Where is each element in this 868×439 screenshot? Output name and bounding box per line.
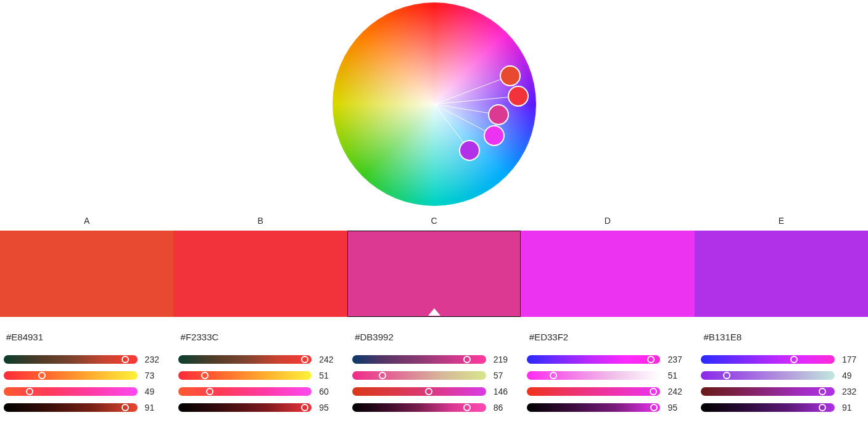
color-wheel[interactable] <box>333 2 536 206</box>
color-slider[interactable] <box>178 387 312 396</box>
slider-row: 95 <box>527 403 690 412</box>
slider-row: 242 <box>527 387 690 396</box>
slider-value[interactable]: 232 <box>145 355 167 364</box>
hex-value[interactable]: #B131E8 <box>701 326 864 355</box>
slider-value[interactable]: 219 <box>494 355 516 364</box>
slider-value[interactable]: 232 <box>842 387 864 396</box>
slider-row: 91 <box>701 403 864 412</box>
slider-thumb[interactable] <box>463 404 471 411</box>
color-slider[interactable] <box>178 371 312 380</box>
color-slider[interactable] <box>178 403 312 412</box>
color-slider[interactable] <box>527 403 661 412</box>
color-detail-column: #DB39922195714686 <box>349 326 519 419</box>
slider-row: 51 <box>178 371 342 380</box>
swatch-label: B <box>173 212 347 231</box>
color-slider[interactable] <box>352 403 486 412</box>
color-slider[interactable] <box>352 355 486 364</box>
color-slider[interactable] <box>4 355 138 364</box>
slider-thumb[interactable] <box>379 372 386 379</box>
color-slider[interactable] <box>352 371 486 380</box>
color-detail-column: #B131E81774923291 <box>697 326 868 419</box>
color-wheel-disc[interactable] <box>333 2 536 206</box>
swatch-b[interactable] <box>173 231 347 317</box>
swatch-c[interactable] <box>347 231 521 317</box>
swatch-d[interactable] <box>521 231 694 317</box>
hex-value[interactable]: #E84931 <box>4 326 167 355</box>
color-slider[interactable] <box>701 371 835 380</box>
color-slider[interactable] <box>527 387 661 396</box>
color-slider[interactable] <box>4 387 138 396</box>
slider-thumb[interactable] <box>647 356 655 363</box>
wheel-handle-d[interactable] <box>484 125 505 146</box>
swatch-a[interactable] <box>0 231 173 317</box>
slider-thumb[interactable] <box>301 404 308 411</box>
color-slider[interactable] <box>701 355 835 364</box>
slider-thumb[interactable] <box>122 404 129 411</box>
slider-row: 91 <box>4 403 167 412</box>
color-slider[interactable] <box>178 355 312 364</box>
slider-thumb[interactable] <box>206 388 213 395</box>
slider-thumb[interactable] <box>819 388 826 395</box>
hex-value[interactable]: #ED33F2 <box>527 326 690 355</box>
color-detail-column: #ED33F22375124295 <box>523 326 694 419</box>
slider-row: 86 <box>352 403 516 412</box>
slider-thumb[interactable] <box>122 356 129 363</box>
slider-value[interactable]: 73 <box>145 371 167 380</box>
slider-row: 232 <box>701 387 864 396</box>
slider-value[interactable]: 242 <box>319 355 341 364</box>
slider-row: 177 <box>701 355 864 364</box>
slider-value[interactable]: 86 <box>494 403 516 412</box>
slider-row: 49 <box>4 387 167 396</box>
slider-value[interactable]: 57 <box>494 371 516 380</box>
slider-thumb[interactable] <box>550 372 557 379</box>
slider-thumb[interactable] <box>301 356 308 363</box>
slider-value[interactable]: 146 <box>494 387 516 396</box>
swatch-e[interactable] <box>695 231 868 317</box>
slider-thumb[interactable] <box>723 372 730 379</box>
slider-thumb[interactable] <box>463 356 471 363</box>
slider-value[interactable]: 51 <box>319 371 341 380</box>
color-slider[interactable] <box>701 403 835 412</box>
slider-thumb[interactable] <box>425 388 432 395</box>
slider-thumb[interactable] <box>38 372 46 379</box>
slider-value[interactable]: 49 <box>842 371 864 380</box>
slider-row: 51 <box>527 371 690 380</box>
swatch-labels-row: ABCDE <box>0 212 868 231</box>
slider-value[interactable]: 177 <box>842 355 864 364</box>
swatches-row <box>0 231 868 317</box>
slider-row: 232 <box>4 355 167 364</box>
color-slider[interactable] <box>527 355 661 364</box>
color-slider[interactable] <box>352 387 486 396</box>
slider-row: 95 <box>178 403 342 412</box>
color-slider[interactable] <box>4 403 138 412</box>
slider-value[interactable]: 95 <box>668 403 690 412</box>
slider-thumb[interactable] <box>26 388 33 395</box>
slider-row: 57 <box>352 371 516 380</box>
color-slider[interactable] <box>4 371 138 380</box>
slider-value[interactable]: 49 <box>145 387 167 396</box>
wheel-handle-b[interactable] <box>508 86 529 107</box>
slider-value[interactable]: 91 <box>842 403 864 412</box>
slider-value[interactable]: 51 <box>668 371 690 380</box>
slider-thumb[interactable] <box>201 372 209 379</box>
slider-thumb[interactable] <box>650 388 657 395</box>
color-slider[interactable] <box>701 387 835 396</box>
hex-value[interactable]: #DB3992 <box>352 326 516 355</box>
slider-value[interactable]: 242 <box>668 387 690 396</box>
color-detail-column: #F2333C242516095 <box>175 326 345 419</box>
slider-value[interactable]: 95 <box>319 403 341 412</box>
slider-value[interactable]: 60 <box>319 387 341 396</box>
slider-thumb[interactable] <box>819 404 826 411</box>
color-details-row: #E84931232734991#F2333C242516095#DB39922… <box>0 317 868 419</box>
slider-value[interactable]: 91 <box>145 403 167 412</box>
slider-value[interactable]: 237 <box>668 355 690 364</box>
wheel-handle-a[interactable] <box>500 65 521 86</box>
slider-thumb[interactable] <box>650 404 658 411</box>
slider-row: 49 <box>701 371 864 380</box>
color-slider[interactable] <box>527 371 661 380</box>
wheel-handle-c[interactable] <box>488 104 509 125</box>
wheel-handle-e[interactable] <box>459 140 480 161</box>
slider-thumb[interactable] <box>790 356 798 363</box>
slider-row: 242 <box>178 355 342 364</box>
hex-value[interactable]: #F2333C <box>178 326 342 355</box>
